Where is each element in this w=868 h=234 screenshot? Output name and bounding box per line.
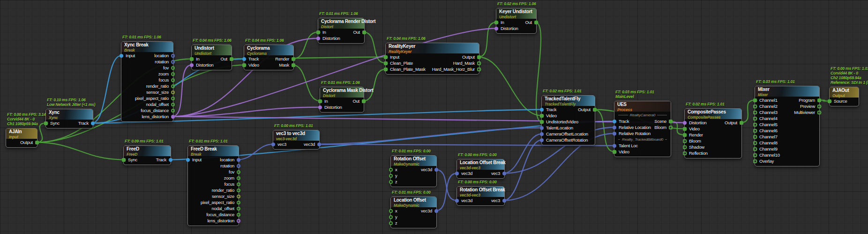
- node-xync[interactable]: XyncXyncSyncTrack: [45, 109, 93, 128]
- node-header[interactable]: FreeDFreeD: [124, 146, 171, 156]
- vec3d-input-port[interactable]: [455, 172, 459, 175]
- node-header[interactable]: RealityKeyerRealityKeyer: [386, 43, 479, 53]
- relative-location-input-port[interactable]: [613, 126, 616, 129]
- edge-cycmask-Out--keyer-Clean_Plate_Mask[interactable]: [363, 69, 386, 101]
- edge-cyclorama-Mask--cycmask-In[interactable]: [292, 65, 320, 101]
- channel5-input-port[interactable]: [753, 123, 757, 127]
- node-header[interactable]: Location OffsetMakeDynamic: [391, 197, 436, 207]
- vec3d-output-port[interactable]: [317, 143, 321, 146]
- node-header[interactable]: XyncXync: [46, 109, 93, 120]
- reflection-input-port[interactable]: [683, 151, 687, 155]
- node-rotoff[interactable]: Rotation OffsetMakeDynamicxvec3dyz: [390, 155, 437, 187]
- node-header[interactable]: vec3 to vec3dvec3-vec3d: [273, 130, 319, 141]
- in-input-port[interactable]: [318, 99, 322, 103]
- talent-loc-input-port[interactable]: [613, 144, 616, 148]
- edge-v3v3d-vec3d--ttf-TalentLocation[interactable]: [318, 128, 542, 144]
- output-output-port[interactable]: [477, 55, 481, 59]
- sensor-size-output-port[interactable]: [171, 91, 175, 94]
- node-header[interactable]: Rotation Offset Breakvec3d-vec3: [457, 187, 504, 197]
- hard-mask-output-port[interactable]: [477, 61, 481, 65]
- z-input-port[interactable]: [389, 180, 393, 184]
- relative-rotation-input-port[interactable]: [613, 132, 616, 136]
- edge-xync-Track--xyncbreak-Input[interactable]: [92, 56, 121, 123]
- channel7-input-port[interactable]: [753, 135, 757, 139]
- edge-xyncbreak-lens_distortion--composite-Distortion[interactable]: [172, 117, 685, 123]
- node-mixer[interactable]: MixerMixerChannel1ProgramChannel2Preview…: [755, 86, 820, 166]
- node-freedbreak[interactable]: FreeD BreakBreakInputlocationrotationfov…: [187, 145, 239, 226]
- node-ues[interactable]: UESProcessRealityCamera0TrackSceneRelati…: [614, 101, 671, 157]
- edge-keyer-Output--ttf-Video[interactable]: [478, 57, 542, 116]
- node-header[interactable]: FreeD BreakBreak: [188, 146, 239, 156]
- in-input-port[interactable]: [190, 57, 194, 61]
- lens-distortion-output-port[interactable]: [237, 219, 240, 223]
- talentlocation-input-port[interactable]: [540, 126, 544, 130]
- focus-distance-output-port[interactable]: [171, 109, 175, 113]
- node-header[interactable]: Keyer UndistortUndistort: [496, 8, 536, 19]
- distortion-input-port[interactable]: [318, 106, 322, 109]
- node-header[interactable]: Location Offset Breakvec3d-vec3: [457, 159, 504, 170]
- multiviewer-output-port[interactable]: [817, 111, 821, 114]
- output-output-port[interactable]: [740, 121, 743, 125]
- distortion-input-port[interactable]: [190, 63, 194, 67]
- focus-distance-output-port[interactable]: [237, 213, 240, 217]
- preview-output-port[interactable]: [817, 105, 821, 108]
- channel10-input-port[interactable]: [753, 153, 757, 157]
- y-input-port[interactable]: [389, 174, 393, 178]
- undistortedvideo-input-port[interactable]: [540, 120, 544, 124]
- node-v3v3d[interactable]: vec3 to vec3dvec3-vec3dvec3vec3d: [273, 130, 320, 150]
- track-input-port[interactable]: [613, 120, 616, 123]
- edge-xyncbreak-lens_distortion--undistort-Distortion[interactable]: [172, 65, 192, 117]
- edge-locoff-vec3d--locoffbrk-vec3d[interactable]: [435, 174, 457, 211]
- node-header[interactable]: AJAInInput: [6, 128, 37, 139]
- focus-output-port[interactable]: [171, 78, 175, 82]
- video-input-port[interactable]: [683, 127, 687, 131]
- nodal-offset-output-port[interactable]: [237, 207, 240, 211]
- node-cyclorama[interactable]: CycloramaCycloramaTrackRenderVideoMask: [244, 45, 294, 70]
- in-input-port[interactable]: [494, 21, 498, 24]
- node-graph-canvas[interactable]: FT: 0.00 ms FPS: 3.14Corvid44 8K - 0Ch1 …: [0, 0, 868, 234]
- distortion-input-port[interactable]: [316, 37, 320, 40]
- node-locoffbrk[interactable]: Location Offset Breakvec3d-vec3vec3dvec3: [456, 159, 505, 179]
- channel2-input-port[interactable]: [753, 105, 757, 108]
- edge-freedbreak-location--v3v3d-vec3[interactable]: [238, 144, 273, 160]
- track-input-port[interactable]: [242, 57, 246, 61]
- track-output-port[interactable]: [91, 121, 95, 125]
- pixel-aspect-ratio-output-port[interactable]: [237, 201, 240, 204]
- node-header[interactable]: CompositePassesCompositePasses: [685, 109, 741, 119]
- channel6-input-port[interactable]: [753, 129, 757, 133]
- node-undistort[interactable]: UndistortUndistortInOutDistortion: [191, 45, 232, 70]
- vec3-output-port[interactable]: [502, 172, 506, 175]
- hard-mask-horz-blur-output-port[interactable]: [477, 68, 481, 71]
- node-ttf[interactable]: TrackedTalentFlyTrackedTalentFlyTrackOut…: [541, 95, 595, 145]
- node-xyncbreak[interactable]: Xync BreakBreakInputlocationrotationfovz…: [121, 41, 173, 122]
- video-input-port[interactable]: [613, 150, 616, 154]
- edge-xyncbreak-lens_distortion--cycmask-Distortion[interactable]: [172, 107, 320, 117]
- node-rotoffbrk[interactable]: Rotation Offset Breakvec3d-vec3vec3dvec3: [456, 186, 505, 206]
- z-input-port[interactable]: [389, 221, 393, 225]
- channel1-input-port[interactable]: [753, 98, 757, 102]
- node-keyer[interactable]: RealityKeyerRealityKeyerInputOutputClean…: [385, 43, 479, 75]
- track-input-port[interactable]: [540, 108, 544, 112]
- overlay-input-port[interactable]: [753, 159, 757, 163]
- output-output-port[interactable]: [593, 108, 597, 112]
- out-output-port[interactable]: [362, 99, 366, 103]
- output-output-port[interactable]: [35, 141, 39, 144]
- rotation-output-port[interactable]: [237, 164, 240, 168]
- scene-output-port[interactable]: [669, 120, 673, 123]
- zoom-output-port[interactable]: [171, 72, 175, 76]
- x-input-port[interactable]: [389, 168, 393, 172]
- vec3-output-port[interactable]: [502, 199, 506, 203]
- vec3d-output-port[interactable]: [434, 168, 438, 172]
- lens-distortion-output-port[interactable]: [171, 115, 175, 119]
- node-header[interactable]: Rotation OffsetMakeDynamic: [391, 156, 436, 166]
- render-input-port[interactable]: [683, 133, 687, 137]
- vec3d-input-port[interactable]: [455, 199, 459, 203]
- channel8-input-port[interactable]: [753, 141, 757, 145]
- render-ratio-output-port[interactable]: [171, 84, 175, 88]
- nodal-offset-output-port[interactable]: [171, 103, 175, 106]
- node-keyerund[interactable]: Keyer UndistortUndistortInOutDistortion: [496, 8, 537, 34]
- node-header[interactable]: AJAOutOutput: [830, 87, 859, 98]
- location-output-port[interactable]: [237, 158, 240, 162]
- input-input-port[interactable]: [186, 158, 190, 162]
- video-input-port[interactable]: [242, 63, 246, 67]
